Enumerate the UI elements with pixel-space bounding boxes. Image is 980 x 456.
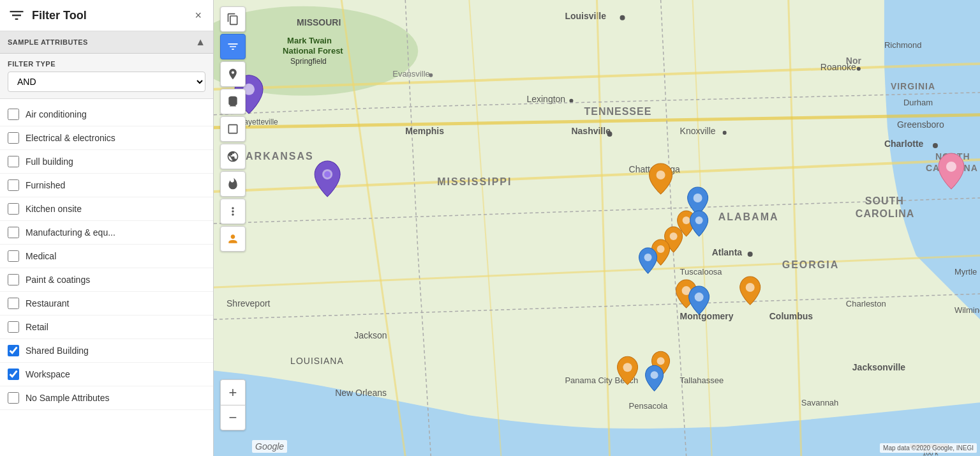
checkbox-item-air-conditioning[interactable]: Air conditioning	[0, 103, 213, 126]
svg-text:New Orleans: New Orleans	[335, 388, 387, 398]
checkbox-restaurant[interactable]	[8, 298, 19, 309]
filter-tool-button[interactable]	[220, 34, 246, 59]
svg-point-75	[651, 371, 658, 379]
checkbox-item-medical[interactable]: Medical	[0, 245, 213, 268]
checkboxes-list: Air conditioningElectrical & electronics…	[0, 99, 213, 456]
svg-point-63	[657, 171, 665, 179]
checkbox-item-restaurant[interactable]: Restaurant	[0, 292, 213, 315]
svg-text:Shreveport: Shreveport	[226, 298, 271, 308]
svg-text:Springfield: Springfield	[290, 57, 327, 66]
map-toolbar	[220, 6, 246, 252]
svg-text:Richmond: Richmond	[884, 40, 922, 50]
svg-point-28	[723, 131, 727, 135]
svg-text:CAROLINA: CAROLINA	[856, 208, 914, 219]
checkbox-item-shared-building[interactable]: Shared Building	[0, 339, 213, 363]
google-logo: Google	[252, 440, 287, 453]
map-svg[interactable]: Mark Twain National Forest Springfield M…	[214, 0, 980, 456]
checkbox-label-workspace: Workspace	[26, 369, 70, 379]
checkbox-label-full-building: Full building	[26, 156, 73, 167]
svg-text:Nashville: Nashville	[571, 126, 611, 136]
checkbox-item-furnished[interactable]: Furnished	[0, 174, 213, 197]
svg-text:Mark Twain: Mark Twain	[287, 36, 332, 45]
checkbox-no-sample-attributes[interactable]	[8, 392, 19, 404]
checkbox-air-conditioning[interactable]	[8, 109, 19, 120]
filter-panel: Filter Tool × SAMPLE ATTRIBUTES ▲ FILTER…	[0, 0, 214, 456]
checkbox-label-paint-coatings: Paint & coatings	[26, 275, 90, 285]
svg-text:Montgomery: Montgomery	[680, 311, 734, 321]
svg-point-70	[657, 357, 665, 365]
svg-point-50	[933, 143, 938, 148]
checkbox-manufacturing-equ[interactable]	[8, 227, 19, 238]
filter-type-select[interactable]: AND OR	[8, 72, 205, 92]
checkbox-label-air-conditioning: Air conditioning	[26, 109, 87, 119]
checkbox-item-manufacturing-equ[interactable]: Manufacturing & equ...	[0, 221, 213, 245]
polygon-button[interactable]	[220, 116, 246, 142]
svg-text:GEORGIA: GEORGIA	[782, 259, 840, 270]
filter-type-label: FILTER TYPE	[8, 60, 205, 68]
checkbox-item-kitchen-onsite[interactable]: Kitchen onsite	[0, 197, 213, 221]
globe-button[interactable]	[220, 144, 246, 169]
svg-text:Jackson: Jackson	[354, 330, 387, 340]
svg-point-69	[623, 363, 632, 372]
panel-header-left: Filter Tool	[8, 6, 87, 24]
checkbox-shared-building[interactable]	[8, 345, 19, 356]
svg-point-64	[683, 217, 690, 224]
zoom-in-button[interactable]: +	[220, 379, 246, 405]
svg-text:TENNESSEE: TENNESSEE	[584, 106, 651, 117]
svg-point-72	[695, 217, 703, 224]
filter-icon	[8, 6, 26, 24]
svg-point-7	[620, 15, 625, 20]
svg-point-11	[569, 99, 573, 103]
checkbox-item-workspace[interactable]: Workspace	[0, 363, 213, 386]
svg-text:Louisville: Louisville	[565, 11, 606, 21]
person-button[interactable]	[220, 226, 246, 252]
checkbox-item-electrical-electronics[interactable]: Electrical & electronics	[0, 126, 213, 150]
checkbox-electrical-electronics[interactable]	[8, 132, 19, 144]
zoom-controls: + −	[220, 379, 246, 430]
checkbox-kitchen-onsite[interactable]	[8, 203, 19, 215]
checkbox-workspace[interactable]	[8, 369, 19, 380]
checkbox-medical[interactable]	[8, 250, 19, 262]
svg-point-32	[748, 252, 753, 257]
map-attribution: Map data ©2020 Google, INEGI	[880, 443, 977, 453]
pin-drop-button[interactable]	[220, 61, 246, 87]
checkbox-paint-coatings[interactable]	[8, 274, 19, 285]
checkbox-label-kitchen-onsite: Kitchen onsite	[26, 204, 82, 214]
checkbox-item-retail[interactable]: Retail	[0, 315, 213, 339]
svg-point-74	[695, 293, 704, 301]
sample-attributes-bar: SAMPLE ATTRIBUTES ▲	[0, 31, 213, 54]
map-container[interactable]: Mark Twain National Forest Springfield M…	[214, 0, 980, 456]
svg-text:Durham: Durham	[903, 98, 933, 107]
filter-type-section: FILTER TYPE AND OR	[0, 54, 213, 99]
checkbox-item-full-building[interactable]: Full building	[0, 150, 213, 174]
checkbox-label-medical: Medical	[26, 251, 56, 261]
svg-point-9	[429, 73, 433, 77]
svg-text:LOUISIANA: LOUISIANA	[290, 356, 344, 366]
fire-button[interactable]	[220, 171, 246, 197]
zoom-out-button[interactable]: −	[220, 405, 246, 430]
svg-text:ARKANSAS: ARKANSAS	[246, 151, 314, 162]
checkbox-full-building[interactable]	[8, 156, 19, 167]
close-button[interactable]: ×	[191, 8, 205, 24]
checkbox-item-paint-coatings[interactable]: Paint & coatings	[0, 268, 213, 292]
checkbox-label-manufacturing-equ: Manufacturing & equ...	[26, 227, 115, 238]
svg-point-79	[946, 162, 956, 172]
checkbox-furnished[interactable]	[8, 179, 19, 191]
svg-text:SOUTH: SOUTH	[865, 195, 904, 206]
svg-text:Memphis: Memphis	[405, 126, 444, 136]
svg-text:Greensboro: Greensboro	[897, 119, 944, 130]
checkbox-retail[interactable]	[8, 321, 19, 333]
more-button[interactable]	[220, 199, 246, 224]
checkbox-label-restaurant: Restaurant	[26, 298, 69, 308]
svg-text:National Forest: National Forest	[283, 46, 343, 56]
panel-header: Filter Tool ×	[0, 0, 213, 31]
copy-tool-button[interactable]	[220, 6, 246, 32]
svg-text:VIRGINIA: VIRGINIA	[891, 81, 935, 91]
svg-text:Tuscaloosa: Tuscaloosa	[680, 267, 723, 277]
checkbox-item-no-sample-attributes[interactable]: No Sample Attributes	[0, 386, 213, 410]
svg-text:Nor: Nor	[846, 56, 862, 66]
collapse-button[interactable]: ▲	[195, 36, 205, 48]
svg-point-73	[644, 254, 652, 261]
svg-point-68	[746, 283, 755, 292]
route-button[interactable]	[220, 89, 246, 114]
